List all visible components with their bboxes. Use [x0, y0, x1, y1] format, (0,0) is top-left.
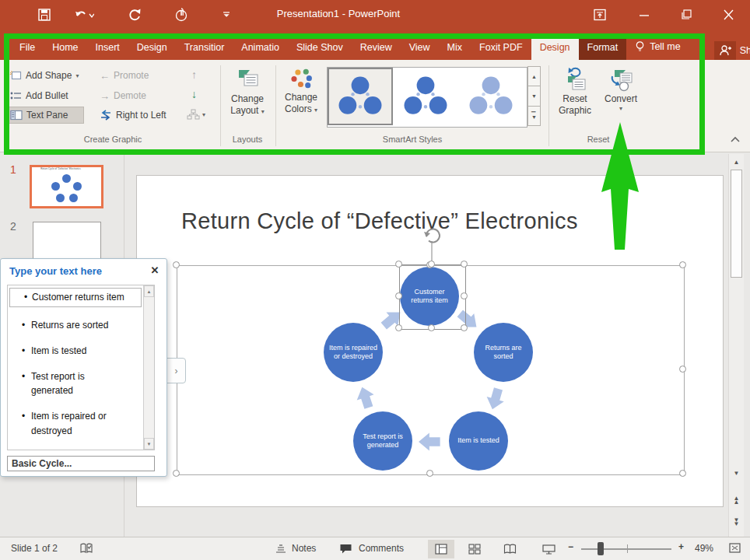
- demote-arrow-icon: →: [100, 90, 110, 102]
- zoom-slider-thumb[interactable]: [598, 542, 604, 555]
- convert-button[interactable]: Convert ▾: [599, 67, 643, 113]
- change-colors-button[interactable]: Change Colors ▾: [279, 67, 324, 115]
- slide-show-button[interactable]: [535, 540, 562, 558]
- shape-resize-handle[interactable]: [461, 292, 468, 299]
- org-chart-layout-button[interactable]: ▾: [187, 109, 205, 121]
- shape-resize-handle[interactable]: [395, 292, 402, 299]
- bullet-item[interactable]: Item is tested: [8, 342, 112, 360]
- reading-view-button[interactable]: [496, 540, 523, 558]
- smartart-style-option[interactable]: [393, 68, 458, 125]
- diagram-node-item-repaired[interactable]: Item is repaired or destroyed: [324, 323, 383, 382]
- add-shape-label: Add Shape: [26, 70, 72, 81]
- tab-insert[interactable]: Insert: [87, 36, 128, 60]
- scrollbar-thumb[interactable]: [731, 170, 742, 278]
- right-to-left-button[interactable]: Right to Left: [100, 107, 166, 124]
- shape-resize-handle[interactable]: [461, 261, 468, 268]
- tab-mix[interactable]: Mix: [439, 36, 471, 60]
- shape-resize-handle[interactable]: [428, 324, 435, 331]
- tab-transitions[interactable]: Transitior: [176, 36, 233, 60]
- bullet-item[interactable]: Returns are sorted: [8, 317, 112, 334]
- diagram-node-returns-sorted[interactable]: Returns are sorted: [474, 323, 533, 382]
- notes-button[interactable]: Notes: [292, 543, 316, 554]
- slide-title[interactable]: Return Cycle of “Defective” Electronics: [181, 208, 664, 234]
- text-pane-toggle-button[interactable]: Text Pane: [6, 107, 84, 124]
- shape-resize-handle[interactable]: [461, 324, 468, 331]
- collapse-ribbon-button[interactable]: [730, 134, 744, 146]
- thumbnail-diagram-dot: [73, 182, 82, 191]
- diagram-node-item-tested[interactable]: Item is tested: [449, 411, 508, 471]
- next-slide-button[interactable]: ▼▼: [731, 518, 742, 526]
- change-layout-button[interactable]: Change Layout ▾: [224, 67, 271, 117]
- right-to-left-icon: [100, 110, 112, 121]
- smartart-style-option-selected[interactable]: [328, 68, 393, 125]
- bullet-item[interactable]: Test report is generated: [8, 368, 112, 400]
- slide-1-thumbnail[interactable]: Return Cycle of “Defective” Electronics: [30, 165, 103, 208]
- scroll-down-button[interactable]: ▼: [144, 438, 154, 450]
- close-button[interactable]: [722, 7, 735, 23]
- minimize-button[interactable]: [638, 7, 650, 23]
- tab-home[interactable]: Home: [44, 36, 86, 60]
- smartart-style-option[interactable]: [458, 68, 524, 125]
- tab-view[interactable]: View: [401, 36, 439, 60]
- restore-button[interactable]: [680, 7, 693, 23]
- shape-resize-handle[interactable]: [428, 261, 435, 268]
- move-down-button[interactable]: ↓: [191, 88, 197, 100]
- vertical-scrollbar[interactable]: ▲ ▼ ▲▲ ▼▼: [728, 154, 744, 537]
- fit-slide-to-window-button[interactable]: [728, 542, 741, 556]
- bullet-item-selected[interactable]: Customer returns item: [9, 288, 142, 307]
- add-shape-button[interactable]: Add Shape ▾: [9, 67, 79, 84]
- shape-resize-handle[interactable]: [395, 261, 402, 268]
- zoom-out-button[interactable]: −: [568, 541, 573, 552]
- scroll-up-button[interactable]: ▲: [144, 285, 154, 297]
- zoom-level[interactable]: 49%: [695, 543, 713, 554]
- tab-slide-show[interactable]: Slide Shov: [288, 36, 352, 60]
- ribbon-display-options-icon[interactable]: [593, 7, 607, 23]
- tab-file[interactable]: File: [11, 36, 44, 60]
- gallery-scroll-up-button[interactable]: ▲: [527, 66, 541, 86]
- tab-smartart-format[interactable]: Format: [579, 36, 627, 60]
- resize-handle[interactable]: [679, 366, 686, 373]
- add-bullet-button[interactable]: Add Bullet: [9, 87, 68, 104]
- redo-icon[interactable]: [127, 7, 142, 23]
- tab-design[interactable]: Design: [128, 36, 176, 60]
- tab-foxit-pdf[interactable]: Foxit PDF: [471, 36, 531, 60]
- text-pane-scrollbar[interactable]: ▲ ▼: [143, 285, 154, 450]
- tab-smartart-design-active[interactable]: Design: [531, 36, 579, 60]
- save-icon[interactable]: [37, 7, 51, 23]
- tab-review[interactable]: Review: [352, 36, 401, 60]
- text-pane-expand-tab[interactable]: ›: [166, 358, 186, 383]
- promote-button[interactable]: ← Promote: [100, 67, 149, 84]
- move-up-button[interactable]: ↑: [191, 68, 197, 81]
- resize-handle[interactable]: [679, 470, 686, 477]
- resize-handle[interactable]: [679, 261, 686, 268]
- slide-2-thumbnail[interactable]: [33, 222, 101, 262]
- zoom-in-button[interactable]: +: [678, 541, 684, 552]
- undo-button[interactable]: [74, 7, 94, 23]
- resize-handle[interactable]: [173, 261, 180, 268]
- share-button[interactable]: Share: [714, 41, 750, 60]
- reset-graphic-button[interactable]: Reset Graphic: [552, 67, 598, 117]
- slide-sorter-view-button[interactable]: [461, 540, 488, 558]
- demote-button[interactable]: → Demote: [100, 87, 146, 104]
- slide-indicator[interactable]: Slide 1 of 2: [11, 543, 58, 554]
- org-chart-icon: [187, 109, 200, 121]
- text-pane-layout-name[interactable]: Basic Cycle...: [7, 456, 155, 471]
- bullet-item[interactable]: Item is repaired or destroyed: [8, 408, 112, 439]
- zoom-slider-track[interactable]: [581, 548, 671, 550]
- resize-handle[interactable]: [426, 470, 433, 477]
- scroll-down-arrow-icon[interactable]: ▼: [731, 470, 742, 477]
- gallery-more-button[interactable]: ▔▼: [527, 106, 541, 126]
- tab-animations[interactable]: Animatio: [233, 36, 288, 60]
- proofing-status-icon[interactable]: [79, 542, 93, 557]
- gallery-scroll-down-button[interactable]: ▼: [527, 86, 541, 106]
- resize-handle[interactable]: [173, 470, 180, 477]
- group-label-reset: Reset: [555, 135, 642, 144]
- normal-view-button[interactable]: [428, 540, 454, 558]
- scroll-up-arrow-icon[interactable]: ▲: [731, 159, 742, 166]
- text-pane-close-button[interactable]: ✕: [149, 264, 161, 277]
- previous-slide-button[interactable]: ▲▲: [731, 496, 742, 504]
- tab-tell-me[interactable]: Tell me: [626, 34, 689, 60]
- comments-button[interactable]: Comments: [359, 543, 404, 554]
- shape-resize-handle[interactable]: [395, 324, 402, 331]
- diagram-node-test-report[interactable]: Test report is generated: [353, 411, 412, 471]
